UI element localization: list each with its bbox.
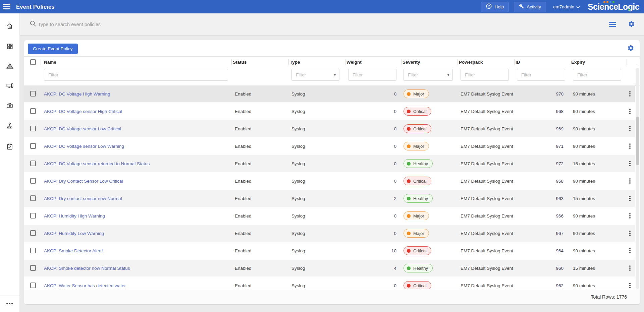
row-checkbox[interactable] bbox=[30, 91, 36, 97]
row-checkbox[interactable] bbox=[30, 283, 36, 288]
sidebar-item-dashboards[interactable] bbox=[0, 41, 19, 53]
svg-text:?: ? bbox=[488, 4, 490, 8]
table-filter-row: ▼ ▼ bbox=[24, 67, 640, 86]
row-status: Enabled bbox=[235, 242, 252, 259]
row-actions-menu[interactable] bbox=[627, 190, 633, 207]
event-policy-link[interactable]: AKCP: DC Voltage sensor Low Warning bbox=[44, 138, 124, 154]
row-actions-menu[interactable] bbox=[627, 103, 633, 120]
row-checkbox[interactable] bbox=[30, 126, 36, 131]
row-status: Enabled bbox=[235, 173, 252, 189]
row-actions-menu[interactable] bbox=[627, 138, 633, 154]
severity-badge: Major bbox=[404, 142, 429, 150]
column-header-powerpack[interactable]: Powerpack bbox=[459, 57, 483, 67]
row-actions-menu[interactable] bbox=[627, 120, 633, 137]
select-all-checkbox[interactable] bbox=[30, 59, 36, 65]
filter-name-input[interactable] bbox=[44, 69, 228, 81]
search-input[interactable] bbox=[37, 18, 340, 31]
row-checkbox[interactable] bbox=[30, 230, 36, 236]
row-actions-menu[interactable] bbox=[627, 242, 633, 259]
filter-type-select[interactable] bbox=[291, 69, 339, 81]
severity-badge: Critical bbox=[404, 124, 431, 133]
event-policy-link[interactable]: AKCP: DC Voltage sensor High Critical bbox=[44, 103, 122, 120]
event-policy-link[interactable]: AKCP: Smoke detector now Normal Status bbox=[44, 260, 130, 276]
column-header-weight[interactable]: Weight bbox=[346, 57, 362, 67]
column-header-severity[interactable]: Severity bbox=[402, 57, 420, 67]
filter-id-input[interactable] bbox=[517, 69, 565, 81]
grid-settings-gear-icon[interactable] bbox=[627, 45, 634, 53]
event-policy-link[interactable]: AKCP: Water Sensor has detected water bbox=[44, 277, 126, 289]
severity-label: Critical bbox=[413, 109, 427, 114]
row-type: Syslog bbox=[291, 103, 305, 120]
row-checkbox[interactable] bbox=[30, 248, 36, 253]
row-status: Enabled bbox=[235, 120, 252, 137]
row-actions-menu[interactable] bbox=[627, 277, 633, 289]
row-type: Syslog bbox=[291, 120, 305, 137]
column-header-expiry[interactable]: Expiry bbox=[571, 57, 585, 67]
user-menu[interactable]: em7admin bbox=[553, 4, 580, 9]
row-checkbox[interactable] bbox=[30, 108, 36, 114]
filter-expiry-input[interactable] bbox=[573, 69, 621, 81]
create-event-policy-button[interactable]: Create Event Policy bbox=[28, 44, 78, 54]
severity-dot-icon bbox=[407, 249, 411, 253]
search-settings-gear-icon[interactable] bbox=[628, 20, 635, 29]
sidebar-item-business-services[interactable] bbox=[0, 101, 19, 112]
help-button[interactable]: ? Help bbox=[481, 2, 509, 12]
row-id: 964 bbox=[530, 242, 564, 259]
row-checkbox[interactable] bbox=[30, 161, 36, 166]
table-scrollbar-thumb[interactable] bbox=[636, 117, 639, 165]
event-policy-link[interactable]: AKCP: Humidity Low Warning bbox=[44, 225, 104, 242]
row-checkbox[interactable] bbox=[30, 195, 36, 201]
severity-label: Major bbox=[413, 213, 424, 219]
username: em7admin bbox=[553, 4, 574, 9]
sciencelogic-logo: ScienceLogic bbox=[588, 0, 639, 13]
row-weight: 0 bbox=[363, 225, 396, 242]
event-policy-link[interactable]: AKCP: DC Voltage High Warning bbox=[44, 85, 110, 102]
sidebar-item-tickets[interactable] bbox=[0, 142, 19, 153]
filter-weight-input[interactable] bbox=[348, 69, 396, 81]
row-checkbox[interactable] bbox=[30, 265, 36, 271]
row-type: Syslog bbox=[291, 190, 305, 207]
row-checkbox[interactable] bbox=[30, 143, 36, 149]
event-policy-link[interactable]: AKCP: Smoke Detector Alert! bbox=[44, 242, 103, 259]
event-policy-link[interactable]: AKCP: Dry contact sensor now Normal bbox=[44, 190, 122, 207]
row-checkbox[interactable] bbox=[30, 213, 36, 219]
row-status: Enabled bbox=[235, 155, 252, 172]
row-severity: Critical bbox=[404, 277, 431, 289]
row-id: 969 bbox=[530, 120, 564, 137]
sidebar-item-devices[interactable] bbox=[0, 81, 19, 92]
column-header-name[interactable]: Name bbox=[44, 57, 56, 67]
filter-severity-select[interactable] bbox=[404, 69, 453, 81]
help-icon: ? bbox=[486, 3, 492, 10]
column-header-type[interactable]: Type bbox=[290, 57, 300, 67]
list-view-icon[interactable] bbox=[609, 22, 616, 27]
column-header-id[interactable]: ID bbox=[516, 57, 520, 67]
row-actions-menu[interactable] bbox=[627, 260, 633, 276]
table-scrollbar-track bbox=[636, 68, 639, 289]
hamburger-menu-icon[interactable] bbox=[3, 4, 10, 9]
sidebar-item-maps[interactable] bbox=[0, 121, 19, 132]
row-checkbox[interactable] bbox=[30, 178, 36, 184]
row-expiry: 15 minutes bbox=[573, 190, 595, 207]
event-policy-link[interactable]: AKCP: Dry Contact Sensor Low Critical bbox=[44, 173, 123, 189]
column-header-status[interactable]: Status bbox=[233, 57, 247, 67]
row-actions-menu[interactable] bbox=[627, 173, 633, 189]
row-actions-menu[interactable] bbox=[627, 225, 633, 242]
severity-badge: Critical bbox=[404, 281, 431, 289]
filter-powerpack-input[interactable] bbox=[461, 69, 509, 81]
row-actions-menu[interactable] bbox=[627, 85, 633, 102]
sidebar-item-events[interactable] bbox=[0, 61, 19, 72]
event-policy-link[interactable]: AKCP: Humidity High Warning bbox=[44, 207, 105, 224]
sidebar-item-home[interactable] bbox=[0, 21, 19, 33]
event-policy-link[interactable]: AKCP: DC Voltage sensor Low Critical bbox=[44, 120, 121, 137]
sidebar-item-more[interactable] bbox=[0, 298, 19, 309]
activity-button[interactable]: Activity bbox=[514, 2, 546, 12]
severity-badge: Healthy bbox=[404, 264, 433, 272]
severity-dot-icon bbox=[407, 214, 411, 218]
row-actions-menu[interactable] bbox=[627, 207, 633, 224]
row-type: Syslog bbox=[291, 155, 305, 172]
table-row: AKCP: DC Voltage sensor High CriticalEna… bbox=[24, 103, 635, 120]
event-policy-link[interactable]: AKCP: DC Voltage sensor returned to Norm… bbox=[44, 155, 150, 172]
row-actions-menu[interactable] bbox=[627, 155, 633, 172]
row-severity: Healthy bbox=[404, 190, 433, 207]
row-severity: Critical bbox=[404, 120, 431, 137]
